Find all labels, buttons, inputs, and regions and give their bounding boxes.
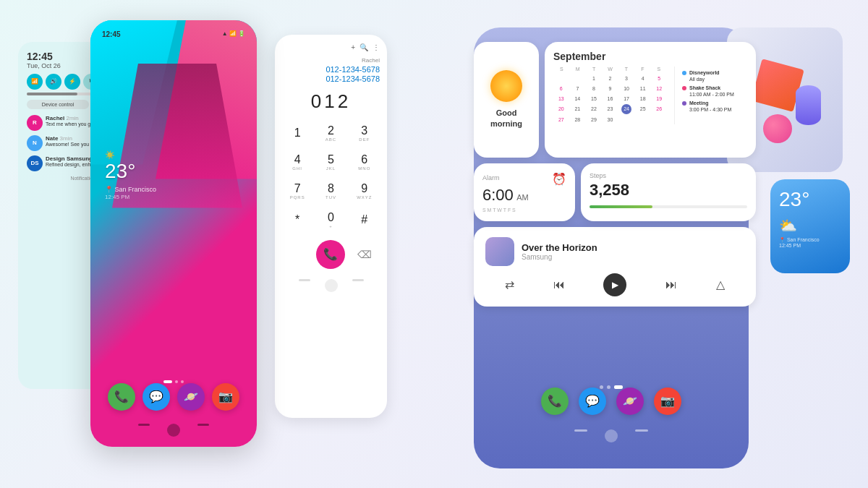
brightness-fill <box>27 93 77 95</box>
music-widget: Over the Horizon Samsung ⇄ ⏮ ▶ ⏭ △ <box>474 227 756 307</box>
dial-key-6[interactable]: 6MNO <box>349 149 380 175</box>
prev-button[interactable]: ⏮ <box>553 278 565 291</box>
playlist-button[interactable]: △ <box>716 278 725 291</box>
dialer-add-icon[interactable]: + <box>351 43 355 51</box>
shape-sphere <box>763 114 792 143</box>
dial-key-0[interactable]: 0+ <box>315 207 346 233</box>
delete-button[interactable]: ⌫ <box>354 244 375 265</box>
dialer-input-display: 012 <box>282 90 380 113</box>
dialer-nav <box>282 279 380 292</box>
event-dot-meeting <box>682 101 686 106</box>
dialer-nav-recent[interactable] <box>352 279 364 281</box>
right-dock-camera[interactable]: 📷 <box>654 388 681 415</box>
music-controls: ⇄ ⏮ ▶ ⏭ △ <box>485 273 744 296</box>
weather-right-icon: ⛅ <box>779 217 841 234</box>
dock-camera-icon[interactable]: 📷 <box>212 383 239 411</box>
wifi-toggle[interactable]: 📶 <box>27 74 43 90</box>
alarm-bell-icon: ⏰ <box>552 172 566 186</box>
dial-key-2[interactable]: 2ABC <box>315 120 346 146</box>
dial-key-7[interactable]: 7PQRS <box>282 178 312 204</box>
alarm-ampm: AM <box>516 193 529 202</box>
right-dock-phone[interactable]: 📞 <box>541 388 569 415</box>
music-meta: Over the Horizon Samsung <box>522 242 597 261</box>
widget-row-mid: Alarm ⏰ 6:00 AM S M T W T F S Steps 3,25… <box>474 163 756 221</box>
shuffle-button[interactable]: ⇄ <box>505 278 514 291</box>
event-shakeshack: Shake Shack11:00 AM - 2:00 PM <box>682 85 747 98</box>
right-nav-back[interactable] <box>574 429 587 432</box>
calendar-month: September <box>553 51 747 62</box>
steps-count: 3,258 <box>590 181 747 200</box>
right-dock-browser[interactable]: 🪐 <box>616 388 644 415</box>
next-button[interactable]: ⏭ <box>665 278 677 291</box>
left-section: 12:45 Tue, Oct 26 📶 🔊 ⚡ ↻ ✈ Device contr… <box>18 13 394 476</box>
right-dock-message[interactable]: 💬 <box>579 388 606 415</box>
music-artist: Samsung <box>522 253 597 261</box>
dialer-more-icon[interactable]: ⋮ <box>373 43 380 51</box>
dial-key-3[interactable]: 3DEF <box>349 120 380 146</box>
nav-recent[interactable] <box>197 424 209 426</box>
status-icons: ▲ 📶 🔋 <box>222 30 245 38</box>
dialer-search-icon[interactable]: 🔍 <box>359 43 368 51</box>
nav-back[interactable] <box>138 424 150 426</box>
goodmorning-text: Good morning <box>481 108 532 129</box>
sound-toggle[interactable]: 🔊 <box>46 74 61 90</box>
dial-key-5[interactable]: 5JKL <box>315 149 346 175</box>
phone-status-bar: 12:45 ▲ 📶 🔋 <box>90 27 257 41</box>
call-button[interactable]: 📞 <box>316 240 345 269</box>
dial-key-star[interactable]: * <box>282 207 312 233</box>
right-nav-home[interactable] <box>605 429 618 442</box>
calendar-widget: September S M T W T F S <box>545 42 756 158</box>
bluetooth-toggle[interactable]: ⚡ <box>64 74 80 90</box>
weather-temp: 23° <box>105 160 156 183</box>
event-dot-shakeshack <box>682 86 686 90</box>
event-disneyworld: DisneyworldAll day <box>682 69 747 82</box>
shape-cylinder <box>796 85 821 125</box>
dialer-bottom: 📞 ⌫ <box>282 240 380 269</box>
weather-right-city: 📍 San Francisco 12:45 PM <box>779 237 841 248</box>
dialer-keypad: 1 2ABC 3DEF 4GHI 5JKL 6MNO 7PQRS 8TUV 9W… <box>282 120 380 233</box>
dialer-number-1[interactable]: 012-1234-5678 <box>282 65 380 74</box>
alarm-label: Alarm <box>482 174 500 181</box>
nav-home[interactable] <box>167 424 180 437</box>
event-meeting: Meeting3:00 PM - 4:30 PM <box>682 100 747 113</box>
right-phone-nav <box>574 429 648 442</box>
dial-key-hash[interactable]: # <box>349 207 380 233</box>
alarm-widget: Alarm ⏰ 6:00 AM S M T W T F S <box>474 163 575 221</box>
right-nav-recent[interactable] <box>635 429 648 432</box>
main-phone: 12:45 ▲ 📶 🔋 ☀️ 23° 📍 San Francisco 12:45… <box>90 20 257 447</box>
goodmorning-widget: Good morning <box>474 42 539 158</box>
dialer-recent-name: Rachel <box>282 57 380 64</box>
dialer-nav-back[interactable] <box>299 279 310 281</box>
music-album-art <box>485 237 514 266</box>
alarm-time: 6:00 <box>482 186 514 204</box>
weather-location: 📍 San Francisco 12:45 PM <box>105 186 156 200</box>
main-container: 12:45 Tue, Oct 26 📶 🔊 ⚡ ↻ ✈ Device contr… <box>0 0 868 488</box>
sun-icon <box>490 70 522 102</box>
music-title: Over the Horizon <box>522 242 597 253</box>
dialer-header: + 🔍 ⋮ <box>282 43 380 51</box>
weather-widget-right: 23° ⛅ 📍 San Francisco 12:45 PM <box>770 179 850 273</box>
dock-message-icon[interactable]: 💬 <box>142 383 170 411</box>
dock-browser-icon[interactable]: 🪐 <box>177 383 205 411</box>
widget-cards: Good morning September S M T W T F <box>467 42 756 312</box>
steps-progress-fill <box>590 205 652 208</box>
status-time: 12:45 <box>102 30 121 38</box>
dial-key-4[interactable]: 4GHI <box>282 149 312 175</box>
dialer-number-2[interactable]: 012-1234-5678 <box>282 74 380 83</box>
dial-key-8[interactable]: 8TUV <box>315 178 346 204</box>
dialer-nav-home[interactable] <box>325 279 338 292</box>
dial-key-9[interactable]: 9WXYZ <box>349 178 380 204</box>
cal-grid: 1 2 3 4 5 6 7 8 9 10 11 <box>553 74 667 125</box>
steps-progress-bar <box>590 205 747 208</box>
play-button[interactable]: ▶ <box>603 273 626 296</box>
event-text-shakeshack: Shake Shack11:00 AM - 2:00 PM <box>689 85 734 98</box>
dial-key-1[interactable]: 1 <box>282 120 312 146</box>
alarm-time-display: 6:00 AM <box>482 186 566 205</box>
widget-row-top: Good morning September S M T W T F <box>474 42 756 158</box>
event-dot-disneyworld <box>682 71 686 75</box>
right-section: 📞 💬 🪐 📷 23° ⛅ 📍 <box>430 13 850 476</box>
dock-phone-icon[interactable]: 📞 <box>108 383 135 411</box>
dialer-panel: + 🔍 ⋮ Rachel 012-1234-5678 012-1234-5678… <box>275 35 387 418</box>
device-control-btn[interactable]: Device control <box>27 100 89 109</box>
location-pin-icon: 📍 <box>105 186 113 193</box>
